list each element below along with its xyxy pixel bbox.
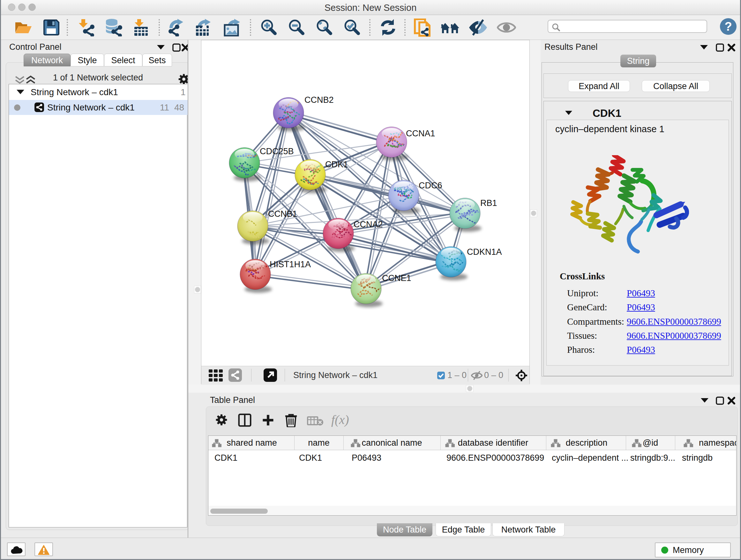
svg-text:CDC25B: CDC25B bbox=[260, 146, 294, 156]
svg-text:CCNB1: CCNB1 bbox=[268, 209, 297, 219]
svg-text:CDK1: CDK1 bbox=[325, 160, 348, 169]
svg-text:CDKN1A: CDKN1A bbox=[467, 247, 502, 257]
svg-text:CCNA2: CCNA2 bbox=[354, 220, 383, 229]
svg-text:CCNA1: CCNA1 bbox=[406, 129, 435, 138]
svg-text:CCNE1: CCNE1 bbox=[382, 273, 411, 283]
svg-text:CCNB2: CCNB2 bbox=[305, 95, 334, 105]
svg-text:CDC6: CDC6 bbox=[419, 181, 442, 190]
svg-text:HIST1H1A: HIST1H1A bbox=[270, 260, 311, 269]
svg-text:?: ? bbox=[724, 20, 732, 33]
svg-text:RB1: RB1 bbox=[480, 198, 497, 208]
